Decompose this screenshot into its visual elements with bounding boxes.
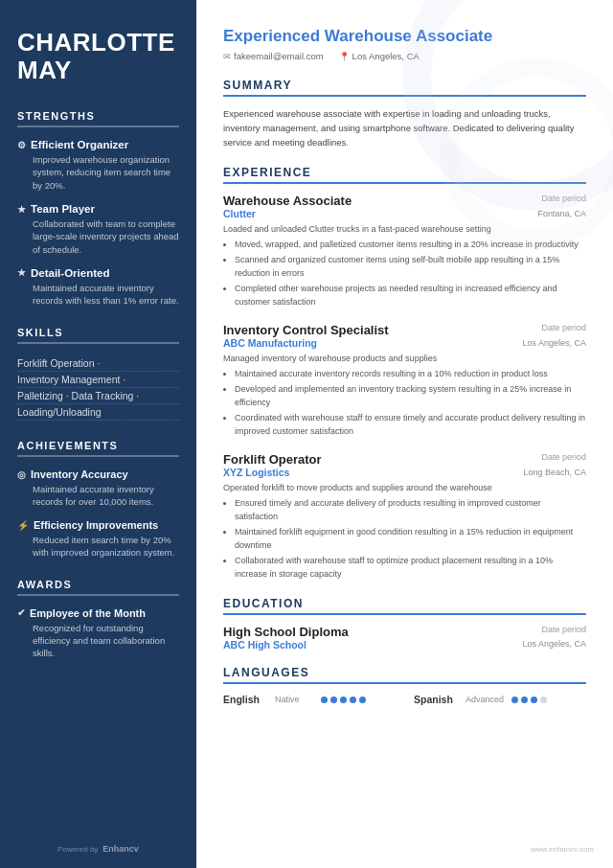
name-line1: CHARLOTTE <box>17 28 175 57</box>
awards-section-title: AWARDS <box>17 579 179 596</box>
language-level: Native <box>275 695 315 704</box>
exp-bullets: Moved, wrapped, and palletized customer … <box>223 239 586 309</box>
languages-list: English Native Spanish Advanced <box>223 694 586 705</box>
education-entry: High School Diploma Date period ABC High… <box>223 625 586 651</box>
exp-job-title: Warehouse Associate <box>223 194 352 208</box>
strengths-list: ⚙ Efficient Organizer Improved warehouse… <box>17 139 179 307</box>
strength-icon: ★ <box>17 267 26 278</box>
skill-item: Loading/Unloading <box>17 404 179 421</box>
experience-bullet: Coordinated with warehouse staff to ensu… <box>235 412 586 439</box>
education-section-title: EDUCATION <box>223 597 586 615</box>
exp-bullets: Ensured timely and accurate delivery of … <box>223 497 586 582</box>
exp-location: Long Beach, CA <box>523 468 586 477</box>
contact-line: ✉ fakeemail@email.com 📍 Los Angeles, CA <box>223 51 586 61</box>
achievement-desc: Reduced item search time by 20% with imp… <box>17 534 179 560</box>
strength-title: ⚙ Efficient Organizer <box>17 139 179 150</box>
exp-date: Date period <box>541 323 586 332</box>
exp-header: Warehouse Associate Date period <box>223 194 586 208</box>
award-title: ✔ Employee of the Month <box>17 607 179 619</box>
language-level: Advanced <box>465 695 506 704</box>
edu-header: High School Diploma Date period <box>223 625 586 639</box>
exp-header: Forklift Operator Date period <box>223 452 586 467</box>
location-value: Los Angeles, CA <box>352 51 420 61</box>
strength-desc: Improved warehouse organization system, … <box>17 153 179 192</box>
strength-desc: Maintained accurate inventory records wi… <box>17 282 179 308</box>
language-dot <box>321 697 328 703</box>
exp-company-line: Clutter Fontana, CA <box>223 208 586 219</box>
name-line2: MAY <box>17 56 72 84</box>
exp-company: Clutter <box>223 208 256 219</box>
exp-location: Fontana, CA <box>537 209 586 218</box>
exp-desc: Operated forklift to move products and s… <box>223 482 586 495</box>
skill-item: Forklift Operation · <box>17 355 179 372</box>
exp-desc: Loaded and unloaded Clutter trucks in a … <box>223 223 586 237</box>
edu-degree: High School Diploma <box>223 625 349 639</box>
experience-bullet: Developed and implemented an inventory t… <box>235 383 586 410</box>
achievements-section-title: ACHIEVEMENTS <box>17 440 179 457</box>
language-name: English <box>223 694 269 705</box>
experience-section-title: EXPERIENCE <box>223 166 586 184</box>
achievement-title: ⚡ Efficiency Improvements <box>17 519 179 531</box>
powered-by-footer: Powered by Enhancv <box>0 844 196 854</box>
exp-job-title: Inventory Control Specialist <box>223 323 389 337</box>
language-name: Spanish <box>414 694 460 705</box>
email-icon: ✉ <box>223 52 231 61</box>
skills-section-title: SKILLS <box>17 327 179 344</box>
awards-list: ✔ Employee of the Month Recognized for o… <box>17 607 179 660</box>
strength-item: ★ Detail-Oriented Maintained accurate in… <box>17 267 179 308</box>
experience-entry: Inventory Control Specialist Date period… <box>223 323 586 439</box>
experience-bullet: Maintained accurate inventory records re… <box>235 368 586 381</box>
achievement-desc: Maintained accurate inventory records fo… <box>17 483 179 509</box>
achievement-icon: ◎ <box>17 469 26 480</box>
achievements-list: ◎ Inventory Accuracy Maintained accurate… <box>17 468 179 560</box>
exp-location: Los Angeles, CA <box>522 338 586 348</box>
skills-list: Forklift Operation ·Inventory Management… <box>17 355 179 421</box>
achievement-title: ◎ Inventory Accuracy <box>17 468 179 480</box>
strength-title: ★ Team Player <box>17 203 179 215</box>
achievement-icon: ⚡ <box>17 520 29 531</box>
skill-item: Inventory Management · <box>17 372 179 388</box>
enhancv-logo: Enhancv <box>102 844 139 854</box>
experience-bullet: Completed other warehouse projects as ne… <box>235 283 586 309</box>
exp-company-line: ABC Manufacturing Los Angeles, CA <box>223 337 586 349</box>
strength-item: ★ Team Player Collaborated with team to … <box>17 203 179 256</box>
exp-company: XYZ Logistics <box>223 467 289 478</box>
experience-bullet: Ensured timely and accurate delivery of … <box>235 497 586 524</box>
experience-bullet: Maintained forklift equipment in good co… <box>235 526 586 553</box>
exp-company-line: XYZ Logistics Long Beach, CA <box>223 467 586 478</box>
strength-icon: ★ <box>17 204 26 215</box>
exp-date: Date period <box>541 452 586 462</box>
summary-section-title: SUMMARY <box>223 79 586 97</box>
job-title: Experienced Warehouse Associate <box>223 27 586 46</box>
exp-date: Date period <box>541 194 586 203</box>
language-dot <box>350 697 356 703</box>
experience-bullet: Scanned and organized customer items usi… <box>235 254 586 281</box>
edu-location: Los Angeles, CA <box>522 639 586 651</box>
language-dots <box>511 697 547 703</box>
summary-text: Experienced warehouse associate with exp… <box>223 106 586 150</box>
powered-by-text: Powered by <box>57 845 98 854</box>
language-dot <box>511 697 518 703</box>
language-dot <box>340 697 347 703</box>
sidebar: CHARLOTTE MAY STRENGTHS ⚙ Efficient Orga… <box>0 0 196 868</box>
exp-desc: Managed inventory of warehouse products … <box>223 353 586 366</box>
language-dot <box>359 697 366 703</box>
edu-school-line: ABC High School Los Angeles, CA <box>223 639 586 651</box>
exp-company: ABC Manufacturing <box>223 337 317 349</box>
education-list: High School Diploma Date period ABC High… <box>223 625 586 651</box>
strength-item: ⚙ Efficient Organizer Improved warehouse… <box>17 139 179 192</box>
award-icon: ✔ <box>17 607 25 618</box>
candidate-name: CHARLOTTE MAY <box>17 29 179 83</box>
languages-section-title: LANGUAGES <box>223 666 586 684</box>
strength-title: ★ Detail-Oriented <box>17 267 179 279</box>
language-item: English Native <box>223 694 366 705</box>
experience-bullet: Moved, wrapped, and palletized customer … <box>235 239 586 252</box>
experience-entry: Warehouse Associate Date period Clutter … <box>223 194 586 309</box>
award-desc: Recognized for outstanding efficiency an… <box>17 622 179 660</box>
achievement-item: ◎ Inventory Accuracy Maintained accurate… <box>17 468 179 509</box>
exp-header: Inventory Control Specialist Date period <box>223 323 586 337</box>
strength-desc: Collaborated with team to complete large… <box>17 217 179 256</box>
skill-item: Palletizing · Data Tracking · <box>17 388 179 404</box>
language-dot <box>531 697 537 703</box>
exp-bullets: Maintained accurate inventory records re… <box>223 368 586 439</box>
